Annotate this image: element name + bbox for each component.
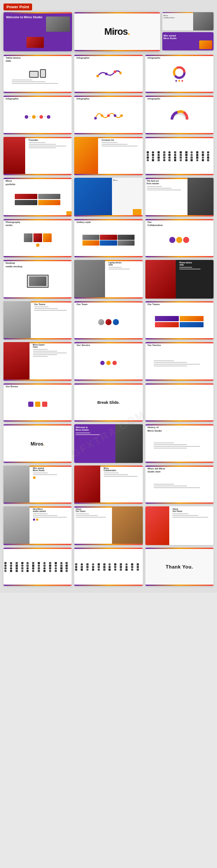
slide-thumb[interactable]: OurCollaboration bbox=[145, 219, 214, 257]
collab-dot bbox=[183, 237, 189, 243]
slide-thumb[interactable]: Our Bonus bbox=[3, 383, 72, 422]
slide-thumb[interactable]: Miros bbox=[74, 178, 142, 216]
text-line bbox=[33, 474, 57, 475]
slide-content: Photographyworks bbox=[3, 219, 72, 257]
slide-thumb[interactable]: How Mirosstudio started bbox=[3, 506, 72, 545]
slide-thumb[interactable]: Miros. bbox=[3, 424, 72, 462]
text-line bbox=[154, 366, 187, 366]
slide-thumb[interactable]: Infographic bbox=[3, 96, 72, 134]
icon-cell bbox=[26, 562, 29, 564]
slide-thumb[interactable]: When did Mirosstudio start bbox=[145, 466, 214, 504]
slide-thumb[interactable]: Infographic bbox=[145, 55, 214, 93]
slide-thumb[interactable]: Who startedMiros Studio bbox=[3, 466, 72, 504]
slide-row-9: Our Bonus Break Slide. bbox=[3, 383, 214, 422]
thank-you-slide[interactable]: Thank You. bbox=[145, 548, 214, 586]
slide-thumb[interactable]: Our Service bbox=[74, 342, 142, 380]
icon-cell bbox=[16, 570, 18, 572]
slide-thumb[interactable]: Our Teams bbox=[145, 301, 214, 339]
icon-cell bbox=[38, 570, 40, 572]
portfolio-img bbox=[15, 200, 37, 205]
dot bbox=[47, 115, 50, 119]
slide-thumb[interactable]: Infographic bbox=[145, 96, 214, 134]
device-icons bbox=[29, 69, 46, 78]
icon-cell bbox=[158, 156, 160, 159]
who-content: Who startedMiros Studio bbox=[32, 466, 72, 504]
icon-cell bbox=[147, 156, 149, 159]
slide-thumb[interactable]: Miros ExpertTeam bbox=[3, 342, 72, 380]
slide-thumb[interactable] bbox=[3, 548, 72, 586]
text-line bbox=[104, 476, 138, 477]
slide-content: History ofMiros Studio bbox=[145, 424, 214, 462]
text-line bbox=[12, 83, 59, 84]
slide-row-11: Who startedMiros Studio MirosCollaborati… bbox=[3, 466, 214, 504]
slide-thumb[interactable]: Welcome toMiros Studio bbox=[74, 424, 142, 462]
text-line bbox=[33, 349, 48, 350]
slide-thumb[interactable]: Infographic bbox=[74, 96, 142, 134]
slide-thumb[interactable]: Phone deviceslide bbox=[145, 260, 214, 298]
slide-thumb[interactable]: The best artfrom master bbox=[145, 178, 214, 216]
slide-thumb[interactable] bbox=[145, 383, 214, 422]
text-lines bbox=[154, 442, 205, 449]
text-line bbox=[154, 444, 187, 445]
slide-bar-bottom bbox=[74, 502, 142, 504]
slide-content: Break Slide. bbox=[74, 383, 142, 422]
text-line bbox=[154, 360, 174, 361]
slide-content: Mirosportfolio bbox=[3, 178, 72, 216]
icon-cell bbox=[207, 159, 209, 161]
gallery-img bbox=[118, 235, 135, 240]
slide-thumb[interactable]: Contact Us bbox=[74, 137, 142, 175]
icon-cell bbox=[75, 563, 77, 565]
slide-thumb[interactable] bbox=[145, 137, 214, 175]
slide-thumb[interactable]: AboutOur Vision bbox=[145, 506, 214, 545]
slide-bar-bottom bbox=[3, 379, 72, 381]
who-photo bbox=[3, 466, 30, 504]
slide-thumb[interactable] bbox=[74, 548, 142, 586]
slide-bar-bottom bbox=[74, 544, 142, 545]
slide-thumb[interactable]: Gallery style bbox=[74, 219, 142, 257]
icon-cell bbox=[32, 567, 34, 569]
slide-thumb[interactable]: Infographic bbox=[74, 55, 142, 93]
laptop-content: Laptop deviceslide bbox=[107, 260, 143, 298]
slide-label: Mirosportfolio bbox=[4, 179, 16, 186]
about-title2: AboutOur Vision bbox=[172, 508, 212, 512]
slide-thumb[interactable]: Our Service bbox=[145, 342, 214, 380]
slide-thumb[interactable]: Mirosportfolio bbox=[3, 178, 72, 216]
slide-bar-bottom bbox=[74, 297, 142, 299]
icon-cell bbox=[185, 154, 187, 156]
slide-thumb[interactable]: Laptop deviceslide bbox=[74, 260, 142, 298]
slide-thumb[interactable]: Our Team bbox=[74, 301, 142, 339]
slide-thumb[interactable]: MirosCollaboration bbox=[74, 466, 142, 504]
icon-cell bbox=[21, 562, 23, 564]
expert-photo bbox=[3, 342, 30, 380]
icon-cell bbox=[147, 154, 149, 156]
slide-label: Gallery style bbox=[75, 220, 92, 225]
text-lines bbox=[102, 142, 141, 146]
text-line bbox=[104, 474, 128, 475]
icon-cell bbox=[60, 562, 62, 564]
slide-row-13: Thank You. bbox=[3, 548, 214, 586]
slide-thumb[interactable]: Desktopmedia mockup bbox=[3, 260, 72, 298]
slide-thumb[interactable]: AboutOur Vision bbox=[74, 506, 142, 545]
slide-thumb[interactable]: Our Teams bbox=[3, 301, 72, 339]
portfolio-img bbox=[38, 194, 60, 199]
slide-bar-bottom bbox=[145, 92, 214, 93]
icon-cell bbox=[196, 151, 198, 153]
slide-thumb[interactable]: Break Slide. bbox=[74, 383, 142, 422]
slide-bar-bottom bbox=[145, 379, 214, 381]
slide-thumb[interactable]: Photographyworks bbox=[3, 219, 72, 257]
bonus-icon bbox=[35, 402, 40, 407]
icon-cell bbox=[108, 563, 111, 565]
photo-item bbox=[43, 233, 52, 242]
icon-cell bbox=[120, 569, 122, 571]
slide-bar-bottom bbox=[145, 502, 214, 504]
text-lines bbox=[172, 513, 212, 518]
text-line bbox=[34, 310, 67, 311]
icon-cell bbox=[202, 159, 204, 161]
slide-thumb[interactable]: Tablet deviceslide bbox=[3, 55, 72, 93]
slide-content: Miros. bbox=[3, 424, 72, 462]
slide-content: Our Teams bbox=[145, 301, 214, 339]
dot bbox=[39, 115, 43, 119]
slide-thumb[interactable]: History ofMiros Studio bbox=[145, 424, 214, 462]
icon-cell bbox=[60, 567, 62, 569]
slide-thumb[interactable]: Founder bbox=[3, 137, 72, 175]
